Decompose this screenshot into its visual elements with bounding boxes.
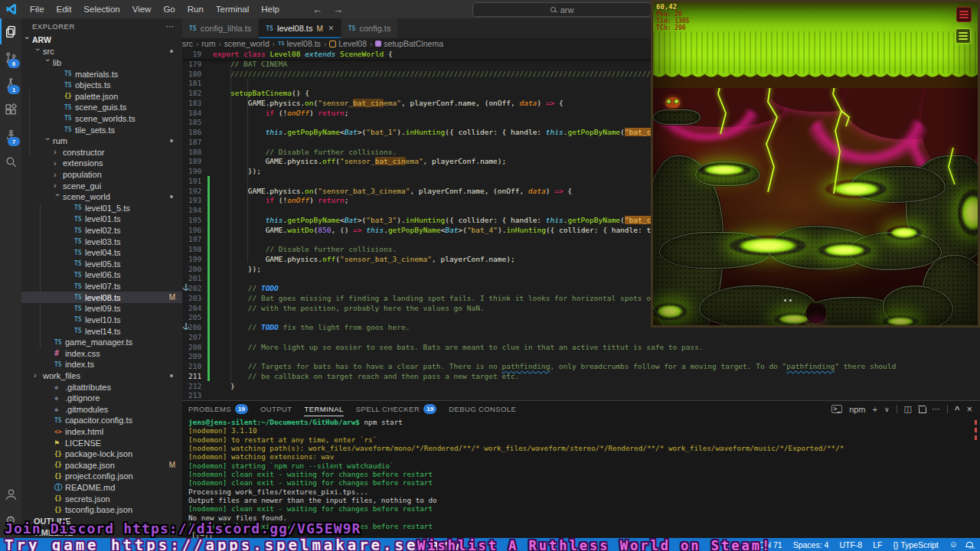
code-line-210[interactable]: 210 // Targets for bats has to have a cl… <box>182 361 980 371</box>
file-tile_sets.ts[interactable]: TStile_sets.ts <box>21 124 182 135</box>
close-panel-icon[interactable]: × <box>966 403 972 415</box>
file-level04.ts[interactable]: TSlevel04.ts <box>21 247 182 259</box>
code-line-211[interactable]: 211 // be callback on target reach and t… <box>182 371 980 381</box>
tab-config.ts[interactable]: TSconfig.ts <box>341 18 399 38</box>
breadcrumb-src[interactable]: src <box>182 39 193 48</box>
file-game_manager.ts[interactable]: TSgame_manager.ts <box>21 337 182 348</box>
code-line-209[interactable]: 209 <box>182 352 980 362</box>
more-actions-icon[interactable]: ⋯ <box>932 404 940 414</box>
command-center-search[interactable]: arw <box>472 2 652 17</box>
menu-file[interactable]: File <box>24 5 51 14</box>
file-package-lock.json[interactable]: {}package-lock.json <box>21 448 182 460</box>
explorer-icon[interactable] <box>0 18 21 44</box>
file-index.html[interactable]: <>index.html <box>21 426 182 438</box>
run-debug-icon[interactable]: 1 <box>0 70 21 96</box>
menu-view[interactable]: View <box>126 5 158 14</box>
source-control-icon[interactable]: 6 <box>0 44 21 70</box>
notifications-bell-icon[interactable] <box>965 541 972 549</box>
file-LICENSE[interactable]: ⚑LICENSE <box>21 437 182 448</box>
file-package.json[interactable]: {}package.jsonM <box>21 460 182 471</box>
status-item[interactable]: Spaces: 4 <box>793 540 829 549</box>
file-level01_5.ts[interactable]: TSlevel01_5.ts <box>21 203 182 214</box>
forward-arrow-icon[interactable]: → <box>333 4 343 15</box>
game-menu-button-green[interactable] <box>956 28 971 44</box>
breadcrumb-setupBatCinema[interactable]: setupBatCinema <box>375 39 443 48</box>
file-level14.ts[interactable]: TSlevel14.ts <box>21 325 182 337</box>
file-index.css[interactable]: #index.css <box>21 347 182 359</box>
file-level07.ts[interactable]: TSlevel07.ts <box>21 281 182 292</box>
code-line-213[interactable]: 213 <box>182 391 980 401</box>
menu-go[interactable]: Go <box>157 5 181 14</box>
panel-tab-spell-checker[interactable]: SPELL CHECKER19 <box>356 401 437 416</box>
breadcrumb-level08.ts[interactable]: TSlevel08.ts <box>278 39 321 48</box>
code-line-208[interactable]: 208 // More light up so easier to see ba… <box>182 342 980 352</box>
folder-extensions[interactable]: ›extensions <box>21 158 182 169</box>
status-item[interactable]: {} TypeScript <box>893 540 938 549</box>
folder-lib[interactable]: ›lib <box>21 57 182 69</box>
terminal-output[interactable]: jens@jens-silent:~/Documents/GitHub/arw$… <box>188 418 844 530</box>
file-level05.ts[interactable]: TSlevel05.ts <box>21 259 182 270</box>
file-.gitmodules[interactable]: ◆.gitmodules <box>21 404 182 416</box>
tab-level08.ts[interactable]: TSlevel08.tsM× <box>259 18 341 38</box>
new-terminal-button[interactable]: + <box>873 405 877 414</box>
extensions-icon[interactable] <box>0 96 21 122</box>
status-item[interactable]: UTF-8 <box>839 540 862 549</box>
breadcrumb-Level08[interactable]: Level08 <box>329 39 367 48</box>
back-arrow-icon[interactable]: ← <box>312 4 322 15</box>
game-menu-button-red[interactable] <box>956 7 972 22</box>
file-level08.ts[interactable]: TSlevel08.tsM <box>21 292 182 303</box>
menu-help[interactable]: Help <box>255 5 286 14</box>
file-.gitignore[interactable]: ◆.gitignore <box>21 393 182 404</box>
menu-run[interactable]: Run <box>181 5 210 14</box>
file-capacitor.config.ts[interactable]: TScapacitor.config.ts <box>21 415 182 426</box>
folder-population[interactable]: ›population <box>21 169 182 181</box>
menu-edit[interactable]: Edit <box>51 5 78 14</box>
file-scene_worlds.ts[interactable]: TSscene_worlds.ts <box>21 113 182 125</box>
search-sidebar-icon[interactable] <box>0 148 21 174</box>
file-level09.ts[interactable]: TSlevel09.ts <box>21 303 182 315</box>
account-icon[interactable] <box>0 481 21 507</box>
file-scene_guis.ts[interactable]: TSscene_guis.ts <box>21 102 182 113</box>
kill-terminal-icon[interactable] <box>919 406 925 412</box>
tab-config_lihla.ts[interactable]: TSconfig_lihla.ts <box>182 18 259 38</box>
split-terminal-icon[interactable]: ◫ <box>904 404 912 414</box>
terminal-dropdown-icon[interactable]: ∨ <box>884 406 890 413</box>
explorer-more-icon[interactable]: ⋯ <box>166 21 175 31</box>
menu-selection[interactable]: Selection <box>77 5 126 14</box>
file-level01.ts[interactable]: TSlevel01.ts <box>21 214 182 225</box>
file-README.md[interactable]: ⓘREADME.md <box>21 482 182 494</box>
code-line-212[interactable]: 212 } <box>182 381 980 391</box>
file-project.config.json[interactable]: {}project.config.json <box>21 471 182 482</box>
breadcrumb-rum[interactable]: rum <box>201 39 215 48</box>
folder-constructor[interactable]: ›constructor <box>21 146 182 158</box>
feedback-smiley-icon[interactable]: ☺ <box>949 540 958 549</box>
section-arw[interactable]: › ARW <box>21 34 182 46</box>
folder-work_files[interactable]: ›work_files <box>21 370 182 382</box>
folder-scene_gui[interactable]: ›scene_gui <box>21 180 182 191</box>
panel-tab-output[interactable]: OUTPUT <box>260 401 292 416</box>
file-index.ts[interactable]: TSindex.ts <box>21 359 182 370</box>
file-level02.ts[interactable]: TSlevel02.ts <box>21 225 182 236</box>
file-level06.ts[interactable]: TSlevel06.ts <box>21 269 182 281</box>
file-level10.ts[interactable]: TSlevel10.ts <box>21 315 182 326</box>
panel-tab-debug-console[interactable]: DEBUG CONSOLE <box>449 401 516 416</box>
panel-tab-terminal[interactable]: TERMINAL <box>304 401 343 416</box>
terminal-profile-label[interactable]: npm <box>849 405 865 414</box>
status-item[interactable]: LF <box>873 540 882 549</box>
file-secrets.json[interactable]: {}secrets.json <box>21 493 182 504</box>
file-materials.ts[interactable]: TSmaterials.ts <box>21 68 182 80</box>
close-icon[interactable]: × <box>328 23 334 34</box>
folder-src[interactable]: ›src <box>21 46 182 57</box>
panel-tab-problems[interactable]: PROBLEMS19 <box>188 401 248 416</box>
comment-anchors-icon[interactable]: 7 <box>0 122 21 148</box>
file-objects.ts[interactable]: TSobjects.ts <box>21 80 182 91</box>
code-line-207[interactable]: 207 <box>182 332 980 342</box>
file-level03.ts[interactable]: TSlevel03.ts <box>21 236 182 247</box>
breadcrumb-scene_world[interactable]: scene_world <box>224 39 270 48</box>
maximize-panel-icon[interactable]: ^ <box>955 405 959 414</box>
file-palette.json[interactable]: {}palette.json <box>21 90 182 102</box>
menu-terminal[interactable]: Terminal <box>210 5 255 14</box>
folder-rum[interactable]: ›rum <box>21 135 182 147</box>
file-tsconfig.base.json[interactable]: {}tsconfig.base.json <box>21 504 182 516</box>
file-.gitattributes[interactable]: ◆.gitattributes <box>21 381 182 393</box>
